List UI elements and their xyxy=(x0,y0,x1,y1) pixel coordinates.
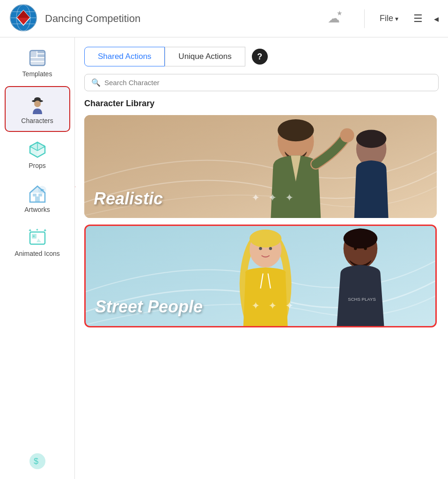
sidebar-item-props[interactable]: Props xyxy=(5,134,70,176)
realistic-card-label: Realistic xyxy=(94,189,163,209)
svg-rect-11 xyxy=(37,54,45,57)
svg-rect-24 xyxy=(33,194,37,196)
character-card-realistic[interactable]: Realistic ✦ ✦ ✦ xyxy=(84,115,437,218)
svg-point-52 xyxy=(354,247,357,250)
characters-label: Characters xyxy=(21,117,53,124)
svg-rect-25 xyxy=(38,194,42,196)
tabs-row: 1 Shared Actions Unique Actions xyxy=(84,47,439,74)
project-name: Dancing Competition xyxy=(45,13,320,25)
hamburger-menu-button[interactable]: ☰ xyxy=(413,13,423,25)
help-button[interactable]: ? xyxy=(252,49,268,65)
svg-point-53 xyxy=(364,247,367,250)
props-icon xyxy=(28,140,47,159)
app-logo[interactable] xyxy=(9,4,37,34)
characters-icon xyxy=(27,94,48,114)
character-card-street-people[interactable]: SCHS PLAYS Street People ✦ ✦ ✦ xyxy=(84,225,437,327)
svg-text:✦: ✦ xyxy=(28,228,32,233)
search-bar[interactable]: 🔍 xyxy=(84,74,439,91)
artworks-label: Artworks xyxy=(24,206,50,213)
chevron-down-icon: ▾ xyxy=(395,15,398,22)
props-label: Props xyxy=(29,162,46,169)
svg-text:✦: ✦ xyxy=(43,228,47,233)
svg-text:✦: ✦ xyxy=(36,228,39,232)
svg-rect-9 xyxy=(30,51,37,57)
sidebar-item-templates[interactable]: Templates xyxy=(5,42,70,84)
action-tabs: Shared Actions Unique Actions ? xyxy=(84,47,439,66)
content-panel: 1 Shared Actions Unique Actions xyxy=(75,37,448,479)
templates-icon xyxy=(28,49,47,67)
svg-rect-23 xyxy=(35,196,40,202)
sidebar-item-artworks[interactable]: Artworks xyxy=(5,178,70,220)
svg-text:SCHS PLAYS: SCHS PLAYS xyxy=(348,297,376,302)
section-title: Character Library xyxy=(84,99,439,109)
cloud-save-icon[interactable]: ☁★ xyxy=(328,11,340,26)
svg-point-16 xyxy=(34,101,41,107)
street-people-card-label: Street People xyxy=(95,297,203,317)
back-arrow-button[interactable]: ◂ xyxy=(434,13,439,24)
animated-icons-icon: ✦ ✦ ✦ xyxy=(28,228,47,247)
svg-rect-12 xyxy=(30,58,45,61)
svg-text:$: $ xyxy=(34,457,38,466)
tab-unique-actions[interactable]: Unique Actions xyxy=(165,47,245,66)
main-layout: Templates Characters xyxy=(0,37,448,479)
sidebar-item-characters[interactable]: Characters xyxy=(5,86,70,132)
artworks-icon xyxy=(28,184,47,203)
animated-icons-label: Animated Icons xyxy=(15,250,60,257)
svg-point-40 xyxy=(340,128,354,142)
search-icon: 🔍 xyxy=(91,78,101,87)
svg-point-45 xyxy=(250,230,281,247)
file-menu-button[interactable]: File ▾ xyxy=(380,14,398,23)
svg-point-30 xyxy=(33,235,35,237)
extra-icon: $ xyxy=(28,452,47,471)
svg-rect-10 xyxy=(37,51,45,53)
app-header: Dancing Competition ☁★ File ▾ ☰ ◂ xyxy=(0,0,448,37)
svg-point-46 xyxy=(259,247,262,250)
svg-point-39 xyxy=(278,119,314,141)
search-input[interactable] xyxy=(104,79,432,87)
svg-point-47 xyxy=(269,247,272,250)
sidebar: Templates Characters xyxy=(0,37,75,479)
header-divider xyxy=(364,9,365,28)
sidebar-item-animated-icons[interactable]: ✦ ✦ ✦ Animated Icons xyxy=(5,222,70,264)
templates-label: Templates xyxy=(22,70,52,78)
svg-point-51 xyxy=(344,229,378,249)
tab-shared-actions[interactable]: Shared Actions xyxy=(84,47,165,66)
street-people-stars-deco: ✦ ✦ ✦ xyxy=(251,300,296,312)
sidebar-item-extra[interactable]: $ xyxy=(5,445,70,477)
svg-point-42 xyxy=(356,130,387,148)
svg-rect-13 xyxy=(30,62,45,65)
realistic-stars-deco: ✦ ✦ ✦ xyxy=(251,192,296,204)
character-cards-container: Realistic ✦ ✦ ✦ xyxy=(84,115,439,470)
